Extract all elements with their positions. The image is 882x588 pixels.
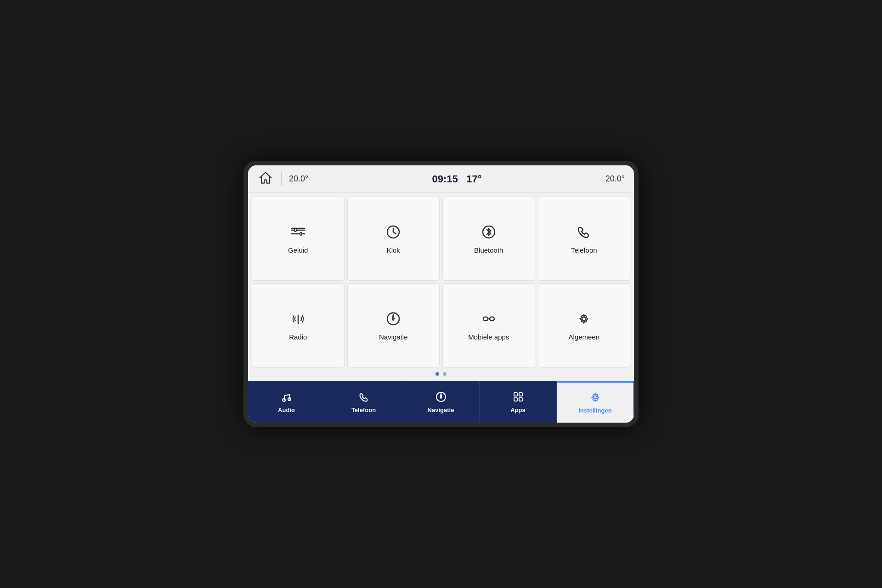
grid-item-navigatie[interactable]: Navigatie [347, 283, 440, 368]
equalizer-icon [290, 224, 306, 243]
nav-telefoon-label: Telefoon [351, 407, 376, 413]
header-center: 09:15 17° [308, 173, 605, 185]
klok-label: Klok [387, 246, 400, 254]
radio-icon [290, 311, 306, 329]
svg-rect-21 [519, 393, 522, 396]
nav-item-audio[interactable]: Audio [248, 381, 325, 423]
nav-item-navigatie[interactable]: Navigatie [402, 381, 480, 423]
nav-item-telefoon[interactable]: Telefoon [325, 381, 402, 423]
grid-item-algemeen[interactable]: Algemeen [538, 283, 631, 368]
svg-rect-13 [490, 317, 494, 321]
dot-inactive[interactable] [443, 372, 447, 376]
grid-item-geluid[interactable]: Geluid [252, 197, 345, 281]
screen-inner: 20.0° 09:15 17° 20.0° [248, 165, 634, 423]
svg-rect-20 [514, 393, 517, 396]
grid-item-radio[interactable]: Radio [252, 283, 345, 368]
algemeen-label: Algemeen [568, 333, 599, 341]
pagination [252, 370, 630, 378]
svg-line-7 [393, 232, 396, 234]
svg-point-24 [594, 396, 597, 399]
clock-icon [385, 224, 401, 243]
nav-navigate-icon [435, 391, 447, 405]
bottom-nav: Audio Telefoon Navigat [248, 381, 634, 423]
outside-temp: 17° [466, 173, 481, 185]
header: 20.0° 09:15 17° 20.0° [248, 165, 634, 193]
dot-active[interactable] [435, 372, 439, 376]
svg-point-11 [393, 318, 394, 319]
link-icon [481, 311, 497, 329]
audio-label: Audio [278, 407, 295, 413]
temp-right: 20.0° [605, 174, 625, 184]
home-icon[interactable] [257, 170, 274, 189]
grid-item-bluetooth[interactable]: Bluetooth [442, 197, 535, 281]
main-content: Geluid Klok [248, 193, 634, 381]
navigate-icon [385, 311, 401, 329]
nav-phone-icon [358, 391, 370, 405]
phone-icon [576, 224, 592, 243]
apps-label: Apps [510, 407, 526, 413]
screen-outer: 20.0° 09:15 17° 20.0° [243, 161, 639, 427]
mobiele-apps-label: Mobiele apps [468, 333, 509, 341]
music-icon [281, 391, 293, 405]
telefoon-label: Telefoon [571, 246, 597, 254]
grid-row-2: Radio Navigatie [252, 283, 630, 368]
nav-item-instellingen[interactable]: Instellingen [557, 381, 634, 423]
nav-item-apps[interactable]: Apps [480, 381, 557, 423]
grid-item-klok[interactable]: Klok [347, 197, 440, 281]
grid-item-mobiele-apps[interactable]: Mobiele apps [442, 283, 535, 368]
grid-row-1: Geluid Klok [252, 197, 630, 281]
svg-rect-4 [300, 232, 302, 235]
navigatie-label: Navigatie [379, 333, 408, 341]
header-divider [281, 172, 282, 186]
svg-point-19 [440, 396, 441, 397]
svg-rect-22 [514, 398, 517, 401]
nav-gear-icon [589, 391, 601, 405]
instellingen-label: Instellingen [578, 407, 611, 414]
svg-rect-3 [294, 229, 296, 232]
temp-left: 20.0° [289, 174, 308, 184]
apps-icon [512, 391, 524, 405]
time-display: 09:15 [432, 173, 458, 185]
grid-item-telefoon[interactable]: Telefoon [538, 197, 631, 281]
svg-rect-23 [519, 398, 522, 401]
nav-navigatie-label: Navigatie [428, 407, 454, 413]
svg-point-15 [582, 317, 586, 321]
gear-icon [576, 311, 592, 329]
bluetooth-icon [481, 224, 497, 243]
svg-rect-12 [483, 317, 488, 321]
radio-label: Radio [289, 333, 307, 341]
geluid-label: Geluid [288, 246, 308, 254]
bluetooth-label: Bluetooth [474, 246, 503, 254]
